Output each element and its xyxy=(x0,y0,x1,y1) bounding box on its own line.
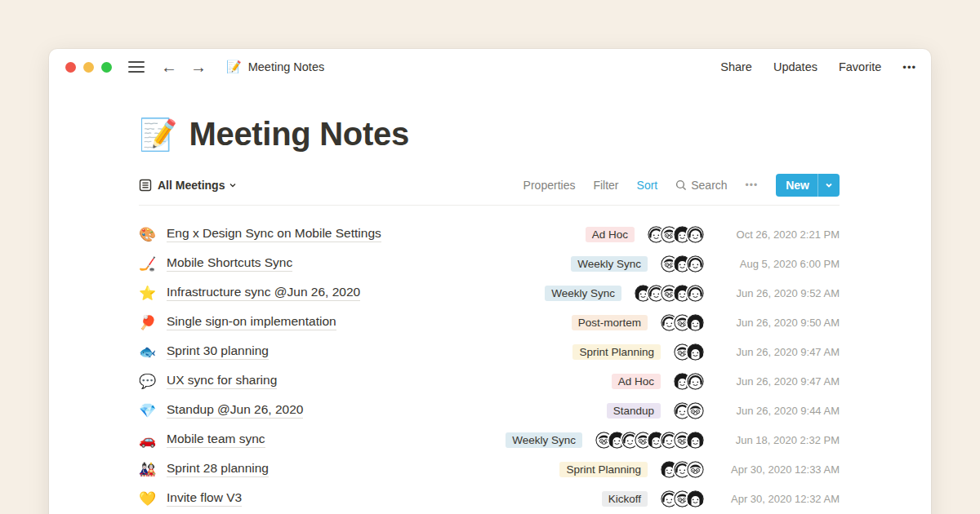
attendee-avatar xyxy=(687,490,704,507)
page-title: 📝 Meeting Notes xyxy=(139,116,840,153)
search-icon xyxy=(675,179,687,191)
notion-window: ← → 📝 Meeting Notes Share Updates Favori… xyxy=(49,49,931,514)
meeting-title-link[interactable]: Mobile Shortcuts Sync xyxy=(167,255,292,272)
attendee-avatar xyxy=(687,226,704,243)
table-row[interactable]: 🎎 Sprint 28 planning Sprint Planning Apr… xyxy=(139,454,840,484)
table-row[interactable]: 🏓 Single sign-on implementation Post-mor… xyxy=(139,308,840,337)
sort-button[interactable]: Sort xyxy=(637,179,658,192)
table-row[interactable]: 🏒 Mobile Shortcuts Sync Weekly Sync Aug … xyxy=(139,249,840,278)
meeting-title-link[interactable]: Mobile team sync xyxy=(167,432,265,448)
meeting-date: Apr 30, 2020 12:32 AM xyxy=(717,493,840,505)
meeting-type-tag[interactable]: Kickoff xyxy=(602,491,648,507)
meeting-title-link[interactable]: Sprint 28 planning xyxy=(167,461,269,477)
attendee-avatar xyxy=(687,314,704,331)
meeting-title-link[interactable]: Single sign-on implementation xyxy=(167,314,336,330)
new-button-dropdown[interactable] xyxy=(818,174,840,197)
meeting-title-link[interactable]: Sprint 30 planning xyxy=(167,343,269,360)
view-switcher[interactable]: All Meetings xyxy=(139,179,237,192)
table-row[interactable]: 💛 Invite flow V3 Kickoff Apr 30, 2020 12… xyxy=(139,484,840,513)
attendee-avatar xyxy=(687,373,704,390)
forward-arrow-icon[interactable]: → xyxy=(190,59,207,75)
attendee-avatar-group xyxy=(595,432,704,449)
table-view-icon xyxy=(139,179,152,192)
meeting-type-tag[interactable]: Post-mortem xyxy=(572,315,648,330)
attendee-avatar xyxy=(687,343,704,361)
page-title-text[interactable]: Meeting Notes xyxy=(189,116,408,153)
meeting-title-link[interactable]: Standup @Jun 26, 2020 xyxy=(167,402,303,419)
meeting-date: Aug 5, 2020 6:00 PM xyxy=(717,258,840,270)
page-content: 📝 Meeting Notes All Meetings xyxy=(49,116,931,513)
page-emoji-icon: 📝 xyxy=(226,60,242,74)
topbar-menu: Share Updates Favorite ••• xyxy=(720,60,916,73)
search-label: Search xyxy=(691,179,727,192)
zoom-window-button[interactable] xyxy=(101,62,112,73)
table-row[interactable]: 💬 UX sync for sharing Ad Hoc Jun 26, 202… xyxy=(139,366,840,396)
meeting-type-tag[interactable]: Weekly Sync xyxy=(506,432,582,448)
attendee-avatar-group xyxy=(635,285,704,302)
meeting-title-link[interactable]: Infrastructure sync @Jun 26, 2020 xyxy=(167,285,360,301)
share-button[interactable]: Share xyxy=(720,60,752,73)
attendee-avatar-group xyxy=(661,314,704,331)
favorite-button[interactable]: Favorite xyxy=(839,60,881,73)
row-emoji-icon: 🎎 xyxy=(139,461,160,478)
attendee-avatar-group xyxy=(648,226,704,243)
meeting-date: Apr 30, 2020 12:33 AM xyxy=(717,463,840,476)
row-emoji-icon: 🚗 xyxy=(139,432,160,449)
meeting-date: Jun 26, 2020 9:50 AM xyxy=(717,317,840,329)
traffic-lights xyxy=(65,62,112,73)
chevron-down-icon xyxy=(825,181,833,189)
meeting-type-tag[interactable]: Weekly Sync xyxy=(571,256,648,272)
meeting-type-tag[interactable]: Ad Hoc xyxy=(612,374,661,389)
meeting-type-tag[interactable]: Ad Hoc xyxy=(586,227,635,242)
close-window-button[interactable] xyxy=(65,62,76,73)
attendee-avatar xyxy=(687,402,704,419)
table-row[interactable]: ⭐ Infrastructure sync @Jun 26, 2020 Week… xyxy=(139,278,840,308)
meeting-type-tag[interactable]: Standup xyxy=(607,403,661,419)
table-row[interactable]: 💎 Standup @Jun 26, 2020 Standup Jun 26, … xyxy=(139,396,840,425)
meeting-type-tag[interactable]: Sprint Planning xyxy=(572,344,661,360)
toolbar-more-icon[interactable]: ••• xyxy=(746,179,759,191)
meeting-type-tag[interactable]: Weekly Sync xyxy=(545,286,621,301)
row-emoji-icon: 🎨 xyxy=(139,226,160,243)
meetings-list: 🎨 Eng x Design Sync on Mobile Settings A… xyxy=(139,219,840,513)
attendee-avatar xyxy=(687,432,704,449)
search-button[interactable]: Search xyxy=(675,179,727,192)
table-row[interactable]: 🎨 Eng x Design Sync on Mobile Settings A… xyxy=(139,219,840,249)
meeting-title-link[interactable]: UX sync for sharing xyxy=(167,373,277,389)
new-button[interactable]: New xyxy=(776,174,840,197)
breadcrumb-page-title[interactable]: Meeting Notes xyxy=(248,60,325,73)
row-emoji-icon: 🏓 xyxy=(139,314,160,331)
meeting-date: Jun 26, 2020 9:44 AM xyxy=(717,405,840,417)
updates-button[interactable]: Updates xyxy=(773,60,817,73)
minimize-window-button[interactable] xyxy=(83,62,94,73)
attendee-avatar xyxy=(687,285,704,302)
attendee-avatar-group xyxy=(661,461,704,478)
desktop-background: ← → 📝 Meeting Notes Share Updates Favori… xyxy=(0,0,980,514)
attendee-avatar-group xyxy=(674,343,704,361)
meeting-date: Jun 26, 2020 9:52 AM xyxy=(717,287,840,299)
chevron-down-icon xyxy=(229,181,237,189)
more-options-icon[interactable]: ••• xyxy=(902,61,916,73)
row-emoji-icon: 💬 xyxy=(139,373,160,390)
table-row[interactable]: 🐟 Sprint 30 planning Sprint Planning Jun… xyxy=(139,337,840,366)
back-arrow-icon[interactable]: ← xyxy=(161,59,177,75)
meeting-type-tag[interactable]: Sprint Planning xyxy=(559,462,648,477)
meeting-date: Oct 26, 2020 2:21 PM xyxy=(717,228,840,241)
sidebar-menu-icon[interactable] xyxy=(128,61,145,73)
attendee-avatar-group xyxy=(661,255,704,273)
filter-button[interactable]: Filter xyxy=(593,179,618,192)
meeting-title-link[interactable]: Invite flow V3 xyxy=(167,490,242,507)
table-row[interactable]: 🚗 Mobile team sync Weekly Sync Jun 18, 2… xyxy=(139,425,840,454)
attendee-avatar xyxy=(687,255,704,273)
new-button-label[interactable]: New xyxy=(776,174,817,197)
attendee-avatar xyxy=(687,461,704,478)
row-emoji-icon: 🏒 xyxy=(139,255,160,273)
meeting-title-link[interactable]: Eng x Design Sync on Mobile Settings xyxy=(167,226,381,242)
attendee-avatar-group xyxy=(674,402,704,419)
meeting-date: Jun 18, 2020 2:32 PM xyxy=(717,434,840,446)
properties-button[interactable]: Properties xyxy=(523,179,576,192)
attendee-avatar-group xyxy=(661,490,704,507)
page-title-emoji-icon[interactable]: 📝 xyxy=(139,119,177,150)
row-emoji-icon: 🐟 xyxy=(139,343,160,361)
meeting-date: Jun 26, 2020 9:47 AM xyxy=(717,346,840,358)
